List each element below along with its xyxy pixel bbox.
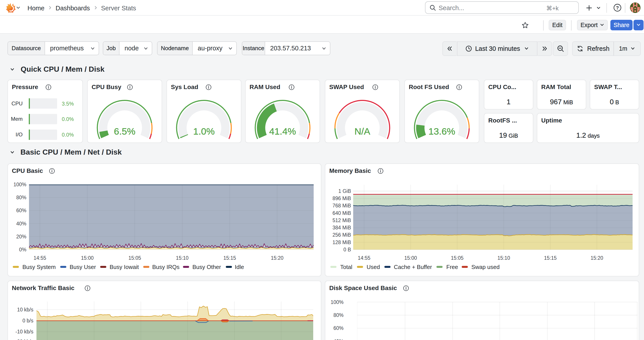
svg-text:6.5%: 6.5% — [114, 126, 135, 136]
svg-text:13.6%: 13.6% — [428, 126, 455, 136]
svg-text:N/A: N/A — [354, 126, 370, 136]
svg-text:?: ? — [616, 5, 619, 11]
svg-text:1.0%: 1.0% — [193, 126, 214, 136]
svg-text:41.4%: 41.4% — [269, 126, 296, 136]
